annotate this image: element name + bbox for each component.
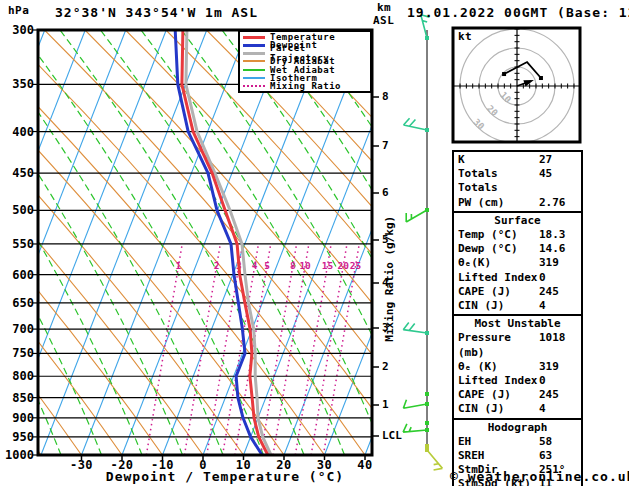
indices-row-value: 319 [539,360,579,374]
km-tick-label: 3 [382,322,389,334]
pressure-tick-label: 350 [2,77,34,91]
mixing-ratio-value: 8 [290,260,296,271]
km-tick-label: 1 [382,399,389,411]
indices-row-value: 4 [539,299,579,313]
indices-row-value: 0 [539,271,579,285]
legend-line-sample [243,44,265,47]
pressure-tick-label: 700 [2,322,34,336]
indices-row-label: Temp (°C) [458,228,539,242]
temp-tick-label: -10 [145,458,181,472]
hodograph-marker [539,76,543,80]
indices-row: CIN (J)4 [454,299,581,313]
hodograph: 102030 [453,28,580,143]
indices-row-value: 45 [539,167,579,195]
pressure-tick-label: 750 [2,346,34,360]
curve-temperature [182,30,268,455]
legend: TemperatureDewpointParcel TrajectoryDry … [238,30,372,93]
temp-tick-label: -20 [104,458,140,472]
indices-section-header: Hodograph [454,421,581,435]
indices-row-value: 1018 [539,331,579,359]
indices-row-label: EH [458,435,539,449]
lcl-label: LCL [382,430,402,442]
legend-line-sample [243,77,265,79]
indices-row: Temp (°C)18.3 [454,228,581,242]
indices-row: Pressure (mb)1018 [454,331,581,359]
legend-item-label: Mixing Ratio [270,81,341,91]
pressure-unit-label: hPa [8,5,29,17]
mixing-ratio-value: 15 [322,260,334,271]
indices-row-value: 63 [539,449,579,463]
indices-row-value: 14.6 [539,242,579,256]
pressure-tick-label: 500 [2,203,34,217]
pressure-tick-label: 900 [2,411,34,425]
legend-line-sample [243,36,265,39]
wind-barb [403,424,427,432]
km-tick-label: 7 [382,140,389,152]
pressure-tick-label: 400 [2,125,34,139]
legend-line-sample [243,85,265,87]
indices-row-value: 4 [539,402,579,416]
indices-row: Dewp (°C)14.6 [454,242,581,256]
wind-level-dot [425,444,429,448]
indices-row: PW (cm)2.76 [454,196,581,210]
indices-row-value: 245 [539,388,579,402]
indices-row: CIN (J)4 [454,402,581,416]
indices-row: EH58 [454,435,581,449]
hodograph-trace [504,62,541,78]
indices-row-value: 2.76 [539,196,579,210]
mixing-ratio-value: 10 [299,260,311,271]
pressure-tick-label: 950 [2,430,34,444]
pressure-tick-label: 550 [2,237,34,251]
km-axis-unit: km [377,2,391,14]
temp-tick-label: 30 [307,458,343,472]
indices-section: Most UnstablePressure (mb)1018θₑ (K)319L… [452,314,583,419]
indices-section: SurfaceTemp (°C)18.3Dewp (°C)14.6θₑ(K)31… [452,211,583,316]
indices-row-label: PW (cm) [458,196,539,210]
pressure-tick-label: 850 [2,391,34,405]
skewt-sounding-app: 12345810152025102030 hPa 32°38'N 343°54'… [0,0,629,486]
wind-barb-column [403,15,442,470]
temp-tick-label: -30 [64,458,100,472]
indices-row: K27 [454,153,581,167]
indices-row-label: Totals Totals [458,167,539,195]
km-tick-label: 6 [382,187,389,199]
station-title: 32°38'N 343°54'W 1m ASL [55,6,258,20]
hodograph-ring-label: 30 [471,117,486,132]
wind-barb [403,400,427,408]
wind-level-dot [425,421,429,425]
indices-row: SREH63 [454,449,581,463]
indices-row-value: 0 [539,374,579,388]
wind-barb [427,450,442,470]
pressure-tick-label: 300 [2,23,34,37]
mixing-ratio-value: 5 [264,260,270,271]
indices-row-label: Lifted Index [458,374,539,388]
datetime-title: 19.01.2022 00GMT (Base: 12) [407,6,629,20]
legend-line-sample [243,69,265,71]
temp-tick-label: 10 [226,458,262,472]
indices-section-header: Most Unstable [454,317,581,331]
mixing-ratio-value: 25 [350,260,362,271]
temp-tick-label: 0 [185,458,221,472]
asl-axis-unit: ASL [373,15,394,27]
indices-tables: K27Totals Totals45PW (cm)2.76SurfaceTemp… [452,152,583,486]
indices-row-value: 18.3 [539,228,579,242]
indices-section-header: Surface [454,214,581,228]
indices-row-label: CAPE (J) [458,285,539,299]
indices-row: CAPE (J)245 [454,285,581,299]
indices-row: θₑ(K)319 [454,256,581,270]
legend-line-sample [243,60,265,62]
indices-row-label: Pressure (mb) [458,331,539,359]
indices-row-value: 27 [539,153,579,167]
wind-barb [403,323,427,333]
indices-row-label: θₑ(K) [458,256,539,270]
mixing-ratio-value: 20 [338,260,350,271]
legend-line-sample [243,52,265,55]
pressure-tick-label: 800 [2,369,34,383]
indices-row-label: K [458,153,539,167]
indices-row: θₑ (K)319 [454,360,581,374]
pressure-tick-label: 600 [2,268,34,282]
indices-row: CAPE (J)245 [454,388,581,402]
km-tick-label: 4 [382,277,389,289]
wind-barb [404,118,427,130]
temperature-axis-label: Dewpoint / Temperature (°C) [95,470,355,484]
